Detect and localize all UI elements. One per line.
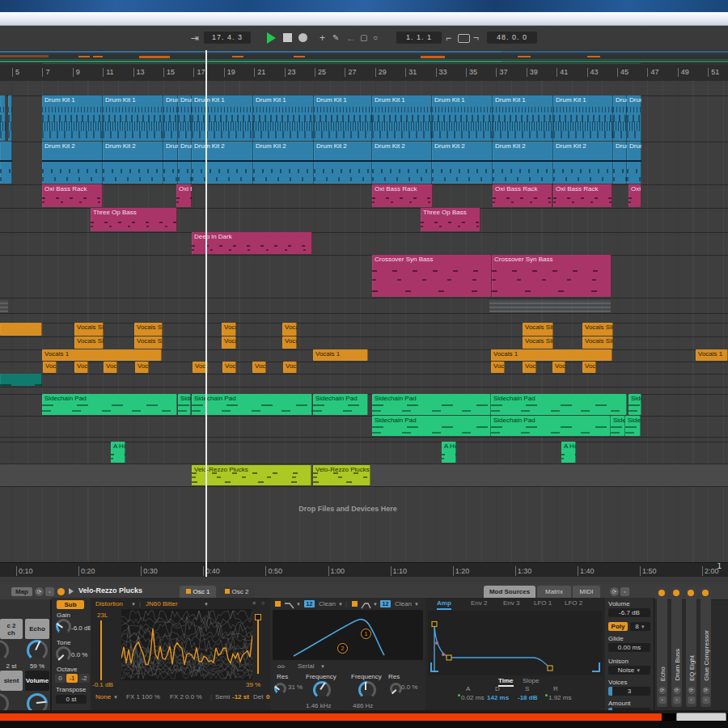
clip-vocals-chops[interactable]: Voc — [582, 362, 596, 373]
transpose-value[interactable]: 0 st — [56, 695, 87, 704]
device-on-led[interactable] — [57, 588, 65, 595]
clip-a-home[interactable]: A Ho — [111, 442, 125, 463]
clip-vocals-slices-a[interactable]: Voca — [222, 323, 236, 336]
clip-sidechain-pad-b[interactable]: Side — [625, 416, 641, 436]
clip-sidechain-pad-a[interactable]: Sidechain Pad — [491, 394, 627, 415]
clip-sidechain-pad-a[interactable]: Sidechain Pad — [313, 394, 368, 415]
clip-sidechain-pad-a[interactable]: Sidechain Pad — [372, 394, 491, 415]
clip-vocals-chops[interactable]: Voc — [552, 362, 565, 373]
clip-vocals-slices-b[interactable]: Voca — [222, 336, 236, 349]
clip-three-op-bass[interactable]: Three Op Bass — [421, 208, 480, 231]
filter-curve-display[interactable]: 2 1 — [273, 610, 423, 660]
adsr-value-A[interactable]: 0.02 ms — [458, 694, 484, 701]
tone-knob[interactable] — [56, 646, 71, 662]
record-button[interactable] — [298, 33, 307, 42]
macro-transient-cell[interactable]: sient — [0, 671, 23, 691]
clip-drum-kit-1[interactable]: Drum Kit 1 — [372, 95, 432, 141]
clip-drum-kit-1[interactable] — [8, 95, 12, 141]
clip-vocals-slices-a[interactable] — [0, 323, 42, 336]
clip-vocals-slices-a[interactable]: Vocals Slic — [74, 323, 104, 336]
unison-mode[interactable]: Noise ▼ — [608, 666, 650, 675]
clip-vocals-slices-a[interactable]: Vocals Slic — [523, 323, 553, 336]
macro-volume-cell[interactable]: Volume — [25, 671, 49, 691]
wavetable-position-value[interactable]: 23L — [97, 612, 108, 619]
device-save-icon[interactable]: ▫ — [620, 587, 629, 596]
collapsed-device-drum-buss[interactable]: Drum Buss⟳▫ — [671, 587, 682, 707]
filter-res-knob[interactable] — [390, 683, 402, 695]
octave-button--2[interactable]: -2 — [78, 674, 90, 683]
filter2-circuit[interactable]: Clean — [395, 600, 412, 607]
clip-drum-kit-2[interactable]: Drum Kit 2 — [432, 142, 493, 184]
device-on-led[interactable] — [702, 590, 709, 596]
follow-icon[interactable]: ⇥ — [191, 32, 199, 44]
osc-effect-mode[interactable]: Distortion — [95, 600, 123, 607]
semi-value[interactable]: -12 st — [232, 693, 249, 700]
clip-drum-kit-1[interactable]: Drum Kit 1 — [103, 95, 163, 141]
clip-sidechain-pad-a[interactable]: Sidechain Pad — [42, 394, 177, 415]
clip-teal-clip[interactable] — [0, 374, 42, 386]
clip-vocals-chops[interactable]: Voc — [491, 362, 505, 373]
filter1-slope-badge[interactable]: 12 — [304, 600, 315, 607]
back-to-arrangement-icon[interactable]: ← — [346, 32, 356, 44]
device-on-led[interactable] — [658, 590, 665, 596]
wave-circle-icon[interactable]: ○ — [261, 600, 265, 606]
clip-vocals-chops[interactable]: Voc — [104, 362, 117, 373]
env-tab-env-3[interactable]: Env 3 — [503, 599, 519, 607]
octave-button-0[interactable]: 0 — [55, 674, 66, 683]
clip-three-op-bass[interactable]: Three Op Bass — [91, 208, 177, 231]
save-icon[interactable]: ▫ — [658, 696, 666, 704]
save-icon[interactable]: ▫ — [688, 696, 695, 704]
adsr-value-R[interactable]: 1.92 ms — [545, 694, 571, 701]
osc-blend-handle[interactable] — [255, 614, 261, 620]
beat-time-ruler[interactable]: 5791113151719212325272931333537394143454… — [0, 65, 728, 82]
tab-midi[interactable]: MIDI — [573, 586, 600, 599]
plus-icon[interactable]: + — [320, 32, 325, 44]
filter-frequency-knob[interactable] — [313, 681, 331, 699]
clip-oxi-bass-rack[interactable]: Oxi B — [629, 184, 641, 207]
macro-echo-knob[interactable] — [27, 640, 48, 661]
clip-vocals-slices-a[interactable]: Voca — [282, 323, 297, 336]
punch-in-icon[interactable]: ⌐ — [446, 32, 451, 44]
clip-vocals-slices-b[interactable]: Vocals Slic — [134, 336, 163, 349]
clip-oxi-bass-rack[interactable]: Oxi Bass Rack — [42, 184, 103, 207]
clip-drum-kit-2[interactable]: Drum Kit 2 — [553, 142, 613, 184]
clip-drum-kit-2[interactable]: Drum Kit 2 — [42, 142, 103, 184]
playhead[interactable] — [205, 50, 207, 577]
clip-drum-kit-1[interactable]: Drum Kit 1 — [192, 95, 253, 141]
clip-drum-kit-1[interactable]: Drum Kit 1 — [493, 95, 553, 141]
time-ruler[interactable]: 1 0:100:200:300:400:501:001:101:201:301:… — [0, 562, 728, 578]
osc-gain-slider[interactable] — [100, 620, 102, 680]
draw-mode-icon[interactable]: ✎ — [332, 32, 339, 44]
env-time-tab[interactable]: Time — [498, 677, 514, 687]
env-tab-lfo-1[interactable]: LFO 1 — [534, 599, 552, 607]
marquee-icon[interactable]: ▢ — [360, 32, 367, 44]
clip-sidechain-pad-b[interactable]: Sidechain Pad — [491, 416, 611, 436]
tone-value[interactable]: 0.0 % — [71, 651, 87, 658]
env-tab-amp[interactable]: Amp — [437, 599, 451, 610]
save-icon[interactable]: ▫ — [673, 696, 680, 704]
filter1-on-toggle[interactable] — [275, 601, 281, 607]
clip-vocals-1[interactable]: Vocals 1 — [313, 349, 368, 361]
env-tab-env-2[interactable]: Env 2 — [471, 599, 487, 607]
wavetable-display[interactable] — [121, 609, 252, 680]
device-on-led[interactable] — [688, 590, 694, 596]
clip-drum-kit-1[interactable] — [0, 95, 6, 141]
macro-osc2-pitch-knob[interactable] — [0, 640, 9, 661]
clip-drum-kit-2[interactable]: Drun — [178, 142, 192, 184]
clip-drum-kit-2[interactable]: Drum Kit 2 — [253, 142, 314, 184]
clip-oxi-bass-rack[interactable]: Oxi Bass Rack — [372, 184, 433, 207]
filter2-slope-badge[interactable]: 12 — [380, 600, 391, 607]
filter2-on-toggle[interactable] — [352, 601, 358, 607]
clip-sidechain-pad-b[interactable]: Side — [611, 416, 625, 436]
clip-drum-kit-1[interactable]: Drum Kit 1 — [42, 95, 103, 141]
device-fold-icon[interactable] — [69, 588, 74, 595]
macro-osc2-pitch-cell[interactable]: c 2ch — [0, 619, 23, 639]
clip-crossover-syn-bass[interactable]: Crossover Syn Bass — [492, 255, 612, 297]
clip-crossover-syn-bass[interactable]: Crossover Syn Bass — [372, 255, 492, 297]
adsr-value-S[interactable]: -18 dB — [518, 694, 537, 701]
clip-drum-kit-2[interactable]: Drum Kit 2 — [372, 142, 432, 184]
octave-button--1[interactable]: -1 — [66, 674, 78, 683]
sub-button[interactable]: Sub — [57, 600, 84, 609]
clip-drum-kit-2[interactable]: Drum Kit 2 — [314, 142, 372, 184]
clip-sidechain-pad-b[interactable]: Sidechain Pad — [372, 416, 491, 436]
